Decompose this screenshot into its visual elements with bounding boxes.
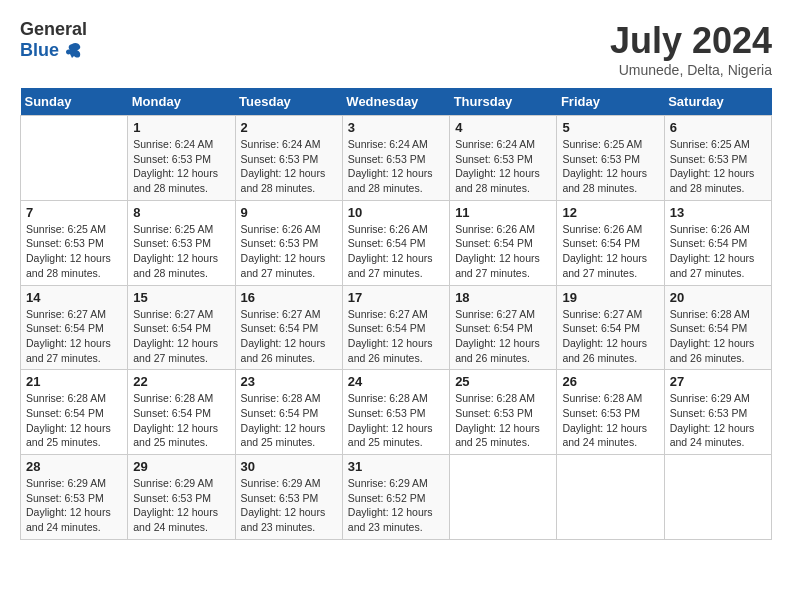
day-info: Sunrise: 6:27 AM Sunset: 6:54 PM Dayligh… [455,307,551,366]
week-row-5: 28Sunrise: 6:29 AM Sunset: 6:53 PM Dayli… [21,455,772,540]
day-number: 3 [348,120,444,135]
day-info: Sunrise: 6:26 AM Sunset: 6:54 PM Dayligh… [348,222,444,281]
calendar-cell: 2Sunrise: 6:24 AM Sunset: 6:53 PM Daylig… [235,116,342,201]
calendar-cell: 11Sunrise: 6:26 AM Sunset: 6:54 PM Dayli… [450,200,557,285]
week-row-4: 21Sunrise: 6:28 AM Sunset: 6:54 PM Dayli… [21,370,772,455]
day-number: 29 [133,459,229,474]
day-info: Sunrise: 6:29 AM Sunset: 6:52 PM Dayligh… [348,476,444,535]
calendar-cell: 15Sunrise: 6:27 AM Sunset: 6:54 PM Dayli… [128,285,235,370]
calendar-cell: 16Sunrise: 6:27 AM Sunset: 6:54 PM Dayli… [235,285,342,370]
day-info: Sunrise: 6:24 AM Sunset: 6:53 PM Dayligh… [241,137,337,196]
day-info: Sunrise: 6:28 AM Sunset: 6:53 PM Dayligh… [348,391,444,450]
calendar-cell: 28Sunrise: 6:29 AM Sunset: 6:53 PM Dayli… [21,455,128,540]
calendar-cell: 1Sunrise: 6:24 AM Sunset: 6:53 PM Daylig… [128,116,235,201]
day-number: 5 [562,120,658,135]
calendar-cell: 10Sunrise: 6:26 AM Sunset: 6:54 PM Dayli… [342,200,449,285]
day-number: 12 [562,205,658,220]
calendar-cell: 27Sunrise: 6:29 AM Sunset: 6:53 PM Dayli… [664,370,771,455]
day-header-wednesday: Wednesday [342,88,449,116]
day-number: 19 [562,290,658,305]
day-number: 24 [348,374,444,389]
day-number: 11 [455,205,551,220]
day-info: Sunrise: 6:29 AM Sunset: 6:53 PM Dayligh… [26,476,122,535]
calendar-cell: 5Sunrise: 6:25 AM Sunset: 6:53 PM Daylig… [557,116,664,201]
week-row-1: 1Sunrise: 6:24 AM Sunset: 6:53 PM Daylig… [21,116,772,201]
logo: General Blue [20,20,87,62]
calendar-cell: 26Sunrise: 6:28 AM Sunset: 6:53 PM Dayli… [557,370,664,455]
day-info: Sunrise: 6:28 AM Sunset: 6:53 PM Dayligh… [455,391,551,450]
day-info: Sunrise: 6:24 AM Sunset: 6:53 PM Dayligh… [455,137,551,196]
day-number: 15 [133,290,229,305]
logo-bird-icon [61,40,83,62]
calendar-cell [557,455,664,540]
month-title: July 2024 [610,20,772,62]
day-header-thursday: Thursday [450,88,557,116]
day-info: Sunrise: 6:28 AM Sunset: 6:54 PM Dayligh… [133,391,229,450]
day-number: 14 [26,290,122,305]
day-number: 20 [670,290,766,305]
day-number: 18 [455,290,551,305]
day-info: Sunrise: 6:27 AM Sunset: 6:54 PM Dayligh… [241,307,337,366]
day-number: 9 [241,205,337,220]
day-info: Sunrise: 6:29 AM Sunset: 6:53 PM Dayligh… [670,391,766,450]
day-number: 23 [241,374,337,389]
day-number: 27 [670,374,766,389]
day-header-saturday: Saturday [664,88,771,116]
day-info: Sunrise: 6:27 AM Sunset: 6:54 PM Dayligh… [562,307,658,366]
week-row-2: 7Sunrise: 6:25 AM Sunset: 6:53 PM Daylig… [21,200,772,285]
day-info: Sunrise: 6:25 AM Sunset: 6:53 PM Dayligh… [26,222,122,281]
day-info: Sunrise: 6:24 AM Sunset: 6:53 PM Dayligh… [348,137,444,196]
calendar-cell: 13Sunrise: 6:26 AM Sunset: 6:54 PM Dayli… [664,200,771,285]
calendar-cell: 14Sunrise: 6:27 AM Sunset: 6:54 PM Dayli… [21,285,128,370]
title-block: July 2024 Umunede, Delta, Nigeria [610,20,772,78]
day-info: Sunrise: 6:25 AM Sunset: 6:53 PM Dayligh… [133,222,229,281]
day-number: 30 [241,459,337,474]
calendar-cell: 22Sunrise: 6:28 AM Sunset: 6:54 PM Dayli… [128,370,235,455]
day-info: Sunrise: 6:28 AM Sunset: 6:53 PM Dayligh… [562,391,658,450]
calendar-cell: 30Sunrise: 6:29 AM Sunset: 6:53 PM Dayli… [235,455,342,540]
day-info: Sunrise: 6:28 AM Sunset: 6:54 PM Dayligh… [26,391,122,450]
calendar-cell: 24Sunrise: 6:28 AM Sunset: 6:53 PM Dayli… [342,370,449,455]
location: Umunede, Delta, Nigeria [610,62,772,78]
day-info: Sunrise: 6:24 AM Sunset: 6:53 PM Dayligh… [133,137,229,196]
calendar-cell: 25Sunrise: 6:28 AM Sunset: 6:53 PM Dayli… [450,370,557,455]
day-header-sunday: Sunday [21,88,128,116]
day-number: 22 [133,374,229,389]
day-header-monday: Monday [128,88,235,116]
day-number: 10 [348,205,444,220]
day-number: 4 [455,120,551,135]
day-number: 1 [133,120,229,135]
calendar-cell: 4Sunrise: 6:24 AM Sunset: 6:53 PM Daylig… [450,116,557,201]
day-number: 13 [670,205,766,220]
day-info: Sunrise: 6:27 AM Sunset: 6:54 PM Dayligh… [348,307,444,366]
day-info: Sunrise: 6:26 AM Sunset: 6:54 PM Dayligh… [562,222,658,281]
calendar-cell [664,455,771,540]
day-number: 7 [26,205,122,220]
day-number: 8 [133,205,229,220]
day-info: Sunrise: 6:29 AM Sunset: 6:53 PM Dayligh… [241,476,337,535]
day-info: Sunrise: 6:28 AM Sunset: 6:54 PM Dayligh… [241,391,337,450]
day-info: Sunrise: 6:29 AM Sunset: 6:53 PM Dayligh… [133,476,229,535]
logo-blue: Blue [20,41,59,61]
day-info: Sunrise: 6:26 AM Sunset: 6:54 PM Dayligh… [455,222,551,281]
calendar-cell: 3Sunrise: 6:24 AM Sunset: 6:53 PM Daylig… [342,116,449,201]
day-number: 28 [26,459,122,474]
day-info: Sunrise: 6:25 AM Sunset: 6:53 PM Dayligh… [670,137,766,196]
calendar-table: SundayMondayTuesdayWednesdayThursdayFrid… [20,88,772,540]
header-row: SundayMondayTuesdayWednesdayThursdayFrid… [21,88,772,116]
calendar-cell: 23Sunrise: 6:28 AM Sunset: 6:54 PM Dayli… [235,370,342,455]
calendar-cell: 17Sunrise: 6:27 AM Sunset: 6:54 PM Dayli… [342,285,449,370]
day-header-friday: Friday [557,88,664,116]
calendar-cell: 18Sunrise: 6:27 AM Sunset: 6:54 PM Dayli… [450,285,557,370]
day-info: Sunrise: 6:28 AM Sunset: 6:54 PM Dayligh… [670,307,766,366]
calendar-cell [21,116,128,201]
day-header-tuesday: Tuesday [235,88,342,116]
calendar-cell [450,455,557,540]
day-number: 25 [455,374,551,389]
week-row-3: 14Sunrise: 6:27 AM Sunset: 6:54 PM Dayli… [21,285,772,370]
day-number: 2 [241,120,337,135]
calendar-cell: 20Sunrise: 6:28 AM Sunset: 6:54 PM Dayli… [664,285,771,370]
day-number: 31 [348,459,444,474]
calendar-cell: 21Sunrise: 6:28 AM Sunset: 6:54 PM Dayli… [21,370,128,455]
day-info: Sunrise: 6:26 AM Sunset: 6:53 PM Dayligh… [241,222,337,281]
